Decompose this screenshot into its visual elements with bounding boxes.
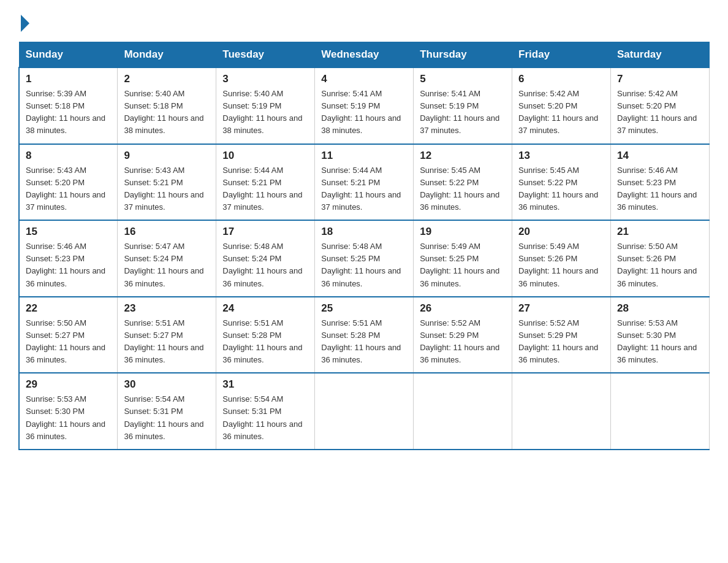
day-info: Sunrise: 5:51 AM Sunset: 5:28 PM Dayligh… [321, 317, 407, 367]
calendar-cell [315, 373, 414, 450]
daylight-label: Daylight: 11 hours and 36 minutes. [617, 266, 697, 288]
day-number: 21 [617, 226, 703, 238]
day-info: Sunrise: 5:42 AM Sunset: 5:20 PM Dayligh… [518, 88, 604, 137]
day-info: Sunrise: 5:53 AM Sunset: 5:30 PM Dayligh… [617, 317, 703, 367]
calendar-cell: 7 Sunrise: 5:42 AM Sunset: 5:20 PM Dayli… [611, 67, 710, 144]
sunset-label: Sunset: 5:25 PM [420, 254, 479, 263]
daylight-label: Daylight: 11 hours and 36 minutes. [124, 266, 203, 288]
day-info: Sunrise: 5:41 AM Sunset: 5:19 PM Dayligh… [321, 88, 407, 137]
week-row-2: 8 Sunrise: 5:43 AM Sunset: 5:20 PM Dayli… [19, 144, 710, 221]
calendar-cell: 22 Sunrise: 5:50 AM Sunset: 5:27 PM Dayl… [19, 297, 118, 373]
header-wednesday: Wednesday [315, 42, 414, 68]
header-sunday: Sunday [19, 42, 118, 68]
sunrise-label: Sunrise: 5:50 AM [26, 318, 86, 327]
calendar-header-row: SundayMondayTuesdayWednesdayThursdayFrid… [19, 42, 710, 68]
sunrise-label: Sunrise: 5:48 AM [222, 242, 283, 251]
sunset-label: Sunset: 5:22 PM [420, 178, 479, 187]
day-info: Sunrise: 5:46 AM Sunset: 5:23 PM Dayligh… [617, 164, 703, 214]
daylight-label: Daylight: 11 hours and 37 minutes. [321, 190, 401, 212]
sunset-label: Sunset: 5:19 PM [321, 101, 380, 110]
week-row-4: 22 Sunrise: 5:50 AM Sunset: 5:27 PM Dayl… [19, 297, 710, 373]
week-row-1: 1 Sunrise: 5:39 AM Sunset: 5:18 PM Dayli… [19, 67, 710, 144]
sunrise-label: Sunrise: 5:48 AM [321, 242, 382, 251]
day-number: 15 [26, 226, 111, 238]
day-info: Sunrise: 5:53 AM Sunset: 5:30 PM Dayligh… [26, 393, 111, 443]
daylight-label: Daylight: 11 hours and 37 minutes. [617, 113, 697, 135]
sunrise-label: Sunrise: 5:54 AM [124, 394, 184, 404]
daylight-label: Daylight: 11 hours and 36 minutes. [222, 343, 302, 364]
calendar-cell: 28 Sunrise: 5:53 AM Sunset: 5:30 PM Dayl… [611, 297, 710, 373]
sunrise-label: Sunrise: 5:40 AM [124, 89, 184, 98]
daylight-label: Daylight: 11 hours and 38 minutes. [26, 113, 105, 135]
sunset-label: Sunset: 5:31 PM [124, 407, 183, 416]
calendar-cell: 6 Sunrise: 5:42 AM Sunset: 5:20 PM Dayli… [512, 67, 611, 144]
daylight-label: Daylight: 11 hours and 37 minutes. [420, 113, 499, 135]
day-number: 4 [321, 73, 407, 85]
day-info: Sunrise: 5:51 AM Sunset: 5:27 PM Dayligh… [124, 317, 210, 367]
day-info: Sunrise: 5:45 AM Sunset: 5:22 PM Dayligh… [518, 164, 604, 214]
sunset-label: Sunset: 5:29 PM [420, 331, 479, 340]
calendar-cell: 5 Sunrise: 5:41 AM Sunset: 5:19 PM Dayli… [414, 67, 512, 144]
day-info: Sunrise: 5:40 AM Sunset: 5:19 PM Dayligh… [222, 88, 308, 137]
sunrise-label: Sunrise: 5:53 AM [617, 318, 678, 327]
sunrise-label: Sunrise: 5:43 AM [124, 166, 184, 175]
calendar-cell: 8 Sunrise: 5:43 AM Sunset: 5:20 PM Dayli… [19, 144, 118, 221]
calendar-cell: 15 Sunrise: 5:46 AM Sunset: 5:23 PM Dayl… [19, 220, 118, 297]
calendar-cell: 25 Sunrise: 5:51 AM Sunset: 5:28 PM Dayl… [315, 297, 414, 373]
day-info: Sunrise: 5:43 AM Sunset: 5:20 PM Dayligh… [26, 164, 111, 214]
day-number: 13 [518, 150, 604, 162]
sunset-label: Sunset: 5:18 PM [124, 101, 183, 110]
day-number: 17 [222, 226, 308, 238]
day-info: Sunrise: 5:52 AM Sunset: 5:29 PM Dayligh… [518, 317, 604, 367]
day-number: 18 [321, 226, 407, 238]
sunset-label: Sunset: 5:25 PM [321, 254, 380, 263]
daylight-label: Daylight: 11 hours and 37 minutes. [124, 190, 203, 212]
day-info: Sunrise: 5:44 AM Sunset: 5:21 PM Dayligh… [321, 164, 407, 214]
sunrise-label: Sunrise: 5:44 AM [321, 166, 382, 175]
day-number: 11 [321, 150, 407, 162]
calendar-cell: 23 Sunrise: 5:51 AM Sunset: 5:27 PM Dayl… [118, 297, 216, 373]
daylight-label: Daylight: 11 hours and 36 minutes. [222, 419, 302, 441]
calendar-cell: 4 Sunrise: 5:41 AM Sunset: 5:19 PM Dayli… [315, 67, 414, 144]
day-info: Sunrise: 5:45 AM Sunset: 5:22 PM Dayligh… [420, 164, 506, 214]
calendar-cell: 14 Sunrise: 5:46 AM Sunset: 5:23 PM Dayl… [611, 144, 710, 221]
daylight-label: Daylight: 11 hours and 36 minutes. [222, 266, 302, 288]
day-number: 1 [26, 73, 111, 85]
calendar-table: SundayMondayTuesdayWednesdayThursdayFrid… [18, 42, 710, 450]
page-header [18, 12, 710, 31]
sunrise-label: Sunrise: 5:51 AM [222, 318, 283, 327]
calendar-cell: 20 Sunrise: 5:49 AM Sunset: 5:26 PM Dayl… [512, 220, 611, 297]
sunrise-label: Sunrise: 5:51 AM [124, 318, 184, 327]
sunset-label: Sunset: 5:22 PM [518, 178, 577, 187]
sunset-label: Sunset: 5:27 PM [26, 331, 85, 340]
day-info: Sunrise: 5:39 AM Sunset: 5:18 PM Dayligh… [26, 88, 111, 137]
calendar-cell: 2 Sunrise: 5:40 AM Sunset: 5:18 PM Dayli… [118, 67, 216, 144]
day-number: 9 [124, 150, 210, 162]
sunset-label: Sunset: 5:23 PM [617, 178, 676, 187]
sunrise-label: Sunrise: 5:44 AM [222, 166, 283, 175]
sunset-label: Sunset: 5:28 PM [222, 331, 281, 340]
day-info: Sunrise: 5:50 AM Sunset: 5:26 PM Dayligh… [617, 240, 703, 290]
day-info: Sunrise: 5:54 AM Sunset: 5:31 PM Dayligh… [124, 393, 210, 443]
sunset-label: Sunset: 5:23 PM [26, 254, 85, 263]
sunrise-label: Sunrise: 5:53 AM [26, 394, 86, 404]
calendar-cell: 1 Sunrise: 5:39 AM Sunset: 5:18 PM Dayli… [19, 67, 118, 144]
sunrise-label: Sunrise: 5:41 AM [420, 89, 480, 98]
day-number: 7 [617, 73, 703, 85]
calendar-cell: 31 Sunrise: 5:54 AM Sunset: 5:31 PM Dayl… [216, 373, 315, 450]
calendar-cell: 17 Sunrise: 5:48 AM Sunset: 5:24 PM Dayl… [216, 220, 315, 297]
calendar-cell: 12 Sunrise: 5:45 AM Sunset: 5:22 PM Dayl… [414, 144, 512, 221]
calendar-cell: 30 Sunrise: 5:54 AM Sunset: 5:31 PM Dayl… [118, 373, 216, 450]
daylight-label: Daylight: 11 hours and 36 minutes. [124, 343, 203, 364]
day-info: Sunrise: 5:46 AM Sunset: 5:23 PM Dayligh… [26, 240, 111, 290]
sunset-label: Sunset: 5:20 PM [518, 101, 577, 110]
sunset-label: Sunset: 5:18 PM [26, 101, 85, 110]
logo [18, 12, 29, 31]
sunset-label: Sunset: 5:31 PM [222, 407, 281, 416]
day-number: 24 [222, 302, 308, 315]
calendar-cell: 19 Sunrise: 5:49 AM Sunset: 5:25 PM Dayl… [414, 220, 512, 297]
daylight-label: Daylight: 11 hours and 38 minutes. [124, 113, 203, 135]
header-thursday: Thursday [414, 42, 512, 68]
sunrise-label: Sunrise: 5:45 AM [420, 166, 480, 175]
day-number: 29 [26, 378, 111, 391]
